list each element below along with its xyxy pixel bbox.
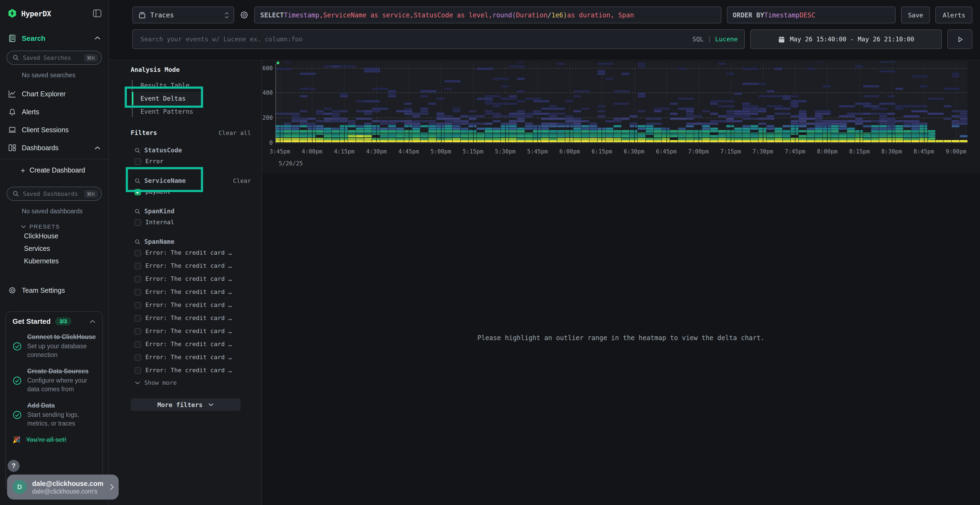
run-query-button[interactable] [947,29,972,49]
language-sql-option[interactable]: SQL [692,35,704,43]
more-filters-button[interactable]: More filters [130,399,241,411]
search-icon [134,178,140,184]
language-toggle: SQL | Lucene [692,35,738,43]
filter-option[interactable]: Error: The credit card … [134,338,261,350]
presets-toggle[interactable]: PRESETS [0,223,108,230]
sidebar-preset-services[interactable]: Services [0,242,108,255]
x-tick-label: 6:45pm [656,148,676,154]
language-lucene-option[interactable]: Lucene [715,35,738,43]
progress-badge: 3/3 [55,317,71,326]
sidebar-collapse-icon[interactable] [92,9,102,18]
sql-token: DESC [800,11,815,19]
checkbox-unchecked[interactable] [134,328,141,334]
sidebar-item-search[interactable]: Search [0,31,108,45]
filter-option[interactable]: Error: The credit card … [134,326,261,337]
help-button[interactable]: ? [8,460,20,472]
checkbox-unchecked[interactable] [134,302,141,308]
checkbox-unchecked[interactable] [134,289,141,295]
select-updown-icon [224,11,229,19]
sidebar-item-team-settings[interactable]: Team Settings [0,281,108,299]
chart-icon [8,90,16,98]
sql-token: , [410,11,414,19]
filter-option-label: Error [145,158,163,165]
heatmap-x-axis: 3:45pm4:00pm4:15pm4:30pm4:45pm5:00pm5:15… [275,148,980,156]
filter-option[interactable]: Error: The credit card … [134,286,261,298]
checkbox-unchecked[interactable] [134,315,141,321]
filter-option[interactable]: Error: The credit card … [134,260,261,272]
get-started-partial-item[interactable]: 🎉 You're all set! [13,435,96,444]
sidebar-item-dashboards[interactable]: Dashboards [0,139,108,157]
user-email: dale@clickhouse.com [32,480,103,487]
sidebar-preset-kubernetes[interactable]: Kubernetes [0,255,108,267]
analysis-mode-label: Event Patterns [140,108,193,115]
y-tick-label: 0 [269,139,273,146]
filter-option[interactable]: Error [134,156,261,167]
get-started-item[interactable]: Connect to ClickHouseSet up your databas… [13,332,96,360]
saved-dashboards-input[interactable]: Saved Dashboards ⌘K [6,187,102,201]
filter-group-name: SpanName [144,238,251,245]
checkbox-unchecked[interactable] [134,158,141,165]
get-started-item[interactable]: Add DataStart sending logs, metrics, or … [13,401,96,428]
alerts-button[interactable]: Alerts [935,6,972,24]
checkbox-unchecked[interactable] [134,367,141,373]
checkbox-unchecked[interactable] [134,341,141,348]
chevron-up-icon [94,144,101,152]
filter-option[interactable]: Error: The credit card … [134,299,261,311]
checkbox-unchecked[interactable] [134,276,141,282]
checkbox-unchecked[interactable] [134,262,141,269]
checkbox-unchecked[interactable] [134,354,141,360]
analysis-mode-event-patterns[interactable]: Event Patterns [132,105,201,118]
user-menu[interactable]: D dale@clickhouse.com dale@clickhouse.co… [7,475,119,500]
heatmap-canvas[interactable] [275,62,967,143]
filter-option-label: Error: The credit card … [145,327,232,335]
source-settings-gear-icon[interactable] [240,10,249,20]
get-started-item-title: Create Data Sources [27,367,96,376]
party-emoji-icon: 🎉 [13,436,21,444]
sql-token: Timestamp [764,11,800,19]
create-dashboard-button[interactable]: + Create Dashboard [0,159,108,181]
checkbox-checked[interactable] [134,189,141,195]
saved-searches-input[interactable]: Saved Searches ⌘K [6,51,102,65]
x-tick-label: 7:30pm [752,148,773,154]
filter-option[interactable]: Error: The credit card … [134,351,261,363]
user-texts: dale@clickhouse.com dale@clickhouse.com'… [32,480,103,494]
x-tick-label: 5:45pm [527,148,548,154]
sidebar-item-client-sessions[interactable]: Client Sessions [0,121,108,139]
get-started-item-title: Connect to ClickHouse [27,332,96,341]
search-input[interactable] [139,35,688,43]
clear-filter-button[interactable]: Clear [233,177,251,184]
sql-select-editor[interactable]: SELECT Timestamp, ServiceName as service… [254,6,721,24]
filter-option[interactable]: Error: The credit card … [134,312,261,324]
filter-option[interactable]: payment [134,186,261,197]
order-by-editor[interactable]: ORDER BY Timestamp DESC [727,6,896,24]
filter-option-label: Error: The credit card … [145,341,232,348]
filter-option-label: Error: The credit card … [145,367,232,374]
sidebar-preset-clickhouse[interactable]: ClickHouse [0,230,108,242]
source-select[interactable]: Traces [132,6,234,24]
filter-option[interactable]: Error: The credit card … [134,247,261,259]
delta-chart-placeholder-message: Please highlight an outlier range in the… [262,334,980,342]
sidebar-item-alerts[interactable]: Alerts [0,103,108,121]
clear-all-filters-button[interactable]: Clear all [219,129,251,136]
analysis-mode-event-deltas[interactable]: Event Deltas [132,92,201,105]
analysis-mode-results-table[interactable]: Results Table [132,79,201,92]
check-circle-icon [13,341,22,351]
sql-token: , [488,11,492,19]
sql-token: round( [492,11,516,19]
checkbox-unchecked[interactable] [134,219,141,226]
sidebar-item-chart-explorer[interactable]: Chart Explorer [0,85,108,103]
filter-group-header: SpanName [134,238,261,245]
filter-group-servicename: ServiceNameClearpayment [134,177,261,197]
filter-option-label: Error: The credit card … [145,275,232,283]
get-started-header[interactable]: Get Started 3/3 [13,317,96,326]
event-search-bar[interactable]: SQL | Lucene [132,29,745,49]
x-tick-label: 8:00pm [817,148,838,154]
show-more-button[interactable]: Show more [134,379,261,386]
get-started-item[interactable]: Create Data SourcesConfigure where your … [13,367,96,394]
save-button[interactable]: Save [901,6,930,24]
filter-option[interactable]: Error: The credit card … [134,273,261,284]
checkbox-unchecked[interactable] [134,249,141,256]
date-range-picker[interactable]: May 26 15:40:00 - May 26 21:10:00 [750,29,942,49]
filter-option[interactable]: Internal [134,217,261,228]
filter-option[interactable]: Error: The credit card … [134,365,261,376]
